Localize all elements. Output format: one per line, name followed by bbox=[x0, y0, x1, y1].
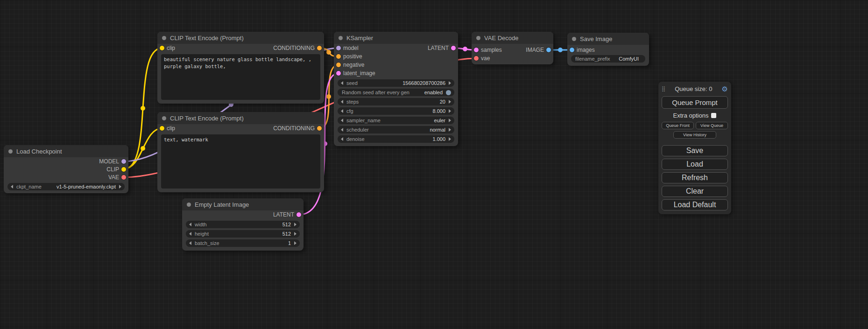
load-default-button[interactable]: Load Default bbox=[662, 199, 728, 210]
port-clip-in[interactable] bbox=[160, 46, 164, 50]
node-title-bar[interactable]: Load Checkpoint bbox=[4, 145, 128, 157]
slot-row: clip CONDITIONING bbox=[157, 44, 324, 52]
extra-options-checkbox[interactable] bbox=[711, 113, 716, 118]
next-arrow-icon[interactable] bbox=[449, 128, 451, 132]
settings-gear-icon[interactable]: ⚙ bbox=[722, 85, 728, 92]
widget-width[interactable]: width 512 bbox=[186, 221, 300, 228]
increment-arrow-icon[interactable] bbox=[294, 232, 296, 236]
node-clip-text-encode-negative[interactable]: CLIP Text Encode (Prompt) clip CONDITION… bbox=[157, 112, 324, 192]
node-title-bar[interactable]: CLIP Text Encode (Prompt) bbox=[157, 112, 324, 124]
clear-button[interactable]: Clear bbox=[662, 186, 728, 197]
widget-label: steps bbox=[346, 99, 359, 105]
decrement-arrow-icon[interactable] bbox=[341, 100, 343, 104]
node-save-image[interactable]: Save Image images filename_prefix ComfyU… bbox=[567, 33, 649, 66]
prev-arrow-icon[interactable] bbox=[11, 185, 13, 189]
port-samples-in[interactable] bbox=[474, 48, 479, 52]
save-button[interactable]: Save bbox=[662, 145, 728, 156]
increment-arrow-icon[interactable] bbox=[294, 241, 296, 245]
collapse-dot-icon[interactable] bbox=[339, 36, 343, 40]
widget-label: batch_size bbox=[195, 240, 219, 246]
view-queue-button[interactable]: View Queue bbox=[696, 122, 728, 129]
port-image-out[interactable] bbox=[546, 48, 551, 52]
node-title-bar[interactable]: VAE Decode bbox=[472, 32, 553, 44]
port-latent-out[interactable] bbox=[451, 46, 456, 50]
queue-prompt-button[interactable]: Queue Prompt bbox=[662, 96, 728, 109]
graph-canvas[interactable]: { "colors": { "model": "#B39DDB", "clip"… bbox=[0, 0, 868, 329]
collapse-dot-icon[interactable] bbox=[572, 37, 576, 41]
node-empty-latent-image[interactable]: Empty Latent Image LATENT width 512 heig… bbox=[182, 198, 303, 251]
input-label: clip bbox=[167, 125, 175, 132]
output-label: MODEL bbox=[99, 158, 119, 165]
collapse-dot-icon[interactable] bbox=[476, 36, 480, 40]
decrement-arrow-icon[interactable] bbox=[189, 232, 191, 236]
toggle-dot-icon[interactable] bbox=[446, 90, 451, 95]
node-title-bar[interactable]: CLIP Text Encode (Prompt) bbox=[157, 32, 324, 44]
port-clip-in[interactable] bbox=[160, 126, 164, 131]
widget-height[interactable]: height 512 bbox=[186, 230, 300, 238]
widget-value: enabled bbox=[424, 90, 443, 95]
drag-handle-icon[interactable]: ⣿ bbox=[662, 86, 665, 92]
node-title-bar[interactable]: KSampler bbox=[334, 32, 458, 44]
next-arrow-icon[interactable] bbox=[119, 185, 121, 189]
widget-sampler-name[interactable]: sampler_name euler bbox=[338, 117, 454, 124]
port-latent-out[interactable] bbox=[296, 212, 301, 217]
widget-filename-prefix[interactable]: filename_prefix ComfyUI bbox=[571, 55, 645, 63]
widget-denoise[interactable]: denoise 1.000 bbox=[338, 135, 454, 143]
decrement-arrow-icon[interactable] bbox=[189, 241, 191, 245]
port-model-in[interactable] bbox=[336, 46, 341, 50]
increment-arrow-icon[interactable] bbox=[449, 100, 451, 104]
output-slot-model: MODEL bbox=[4, 157, 128, 165]
decrement-arrow-icon[interactable] bbox=[341, 137, 343, 141]
collapse-dot-icon[interactable] bbox=[162, 36, 166, 40]
widget-seed[interactable]: seed 156680208700286 bbox=[338, 79, 454, 87]
widget-steps[interactable]: steps 20 bbox=[338, 98, 454, 105]
port-images-in[interactable] bbox=[570, 48, 574, 52]
decrement-arrow-icon[interactable] bbox=[189, 223, 191, 226]
collapse-dot-icon[interactable] bbox=[8, 149, 13, 154]
collapse-dot-icon[interactable] bbox=[162, 116, 166, 120]
prev-arrow-icon[interactable] bbox=[341, 119, 343, 122]
port-positive-in[interactable] bbox=[336, 54, 341, 59]
node-ksampler[interactable]: KSampler model LATENT positive negative … bbox=[334, 32, 458, 146]
node-title-bar[interactable]: Empty Latent Image bbox=[182, 198, 303, 210]
port-vae-out[interactable] bbox=[121, 175, 126, 180]
decrement-arrow-icon[interactable] bbox=[341, 81, 343, 85]
input-slot-negative: negative bbox=[334, 61, 458, 69]
collapse-dot-icon[interactable] bbox=[187, 203, 191, 207]
load-button[interactable]: Load bbox=[662, 159, 728, 170]
node-clip-text-encode-positive[interactable]: CLIP Text Encode (Prompt) clip CONDITION… bbox=[157, 32, 324, 104]
comfy-menu-panel[interactable]: ⣿ Queue size: 0 ⚙ Queue Prompt Extra opt… bbox=[658, 82, 731, 214]
next-arrow-icon[interactable] bbox=[449, 119, 451, 122]
wire-clip-to-negative-prompt bbox=[124, 128, 162, 169]
negative-prompt-textarea[interactable]: text, watermark bbox=[161, 134, 320, 189]
port-conditioning-out[interactable] bbox=[317, 126, 322, 131]
decrement-arrow-icon[interactable] bbox=[341, 109, 343, 113]
port-model-out[interactable] bbox=[121, 159, 126, 164]
queue-front-button[interactable]: Queue Front bbox=[662, 122, 694, 129]
widget-cfg[interactable]: cfg 8.000 bbox=[338, 107, 454, 115]
widget-random-seed-toggle[interactable]: Random seed after every gen enabled bbox=[338, 89, 454, 96]
increment-arrow-icon[interactable] bbox=[294, 223, 296, 226]
positive-prompt-textarea[interactable]: beautiful scenery nature glass bottle la… bbox=[161, 54, 320, 100]
port-conditioning-out[interactable] bbox=[317, 46, 322, 50]
input-slot-images: images bbox=[567, 46, 649, 54]
port-latent-image-in[interactable] bbox=[336, 71, 341, 76]
port-vae-in[interactable] bbox=[474, 56, 479, 61]
node-vae-decode[interactable]: VAE Decode samples IMAGE vae bbox=[472, 32, 553, 64]
increment-arrow-icon[interactable] bbox=[449, 109, 451, 113]
input-label: images bbox=[577, 47, 595, 53]
port-clip-out[interactable] bbox=[121, 167, 126, 172]
node-title-bar[interactable]: Save Image bbox=[567, 33, 649, 45]
widget-scheduler[interactable]: scheduler normal bbox=[338, 126, 454, 133]
increment-arrow-icon[interactable] bbox=[449, 81, 451, 85]
prev-arrow-icon[interactable] bbox=[341, 128, 343, 132]
widget-ckpt-name[interactable]: ckpt_name v1-5-pruned-emaonly.ckpt bbox=[7, 183, 125, 190]
widget-label: Random seed after every gen bbox=[342, 90, 409, 95]
port-negative-in[interactable] bbox=[336, 63, 341, 67]
widget-batch-size[interactable]: batch_size 1 bbox=[186, 239, 300, 247]
widget-label: seed bbox=[346, 80, 358, 86]
node-load-checkpoint[interactable]: Load Checkpoint MODEL CLIP VAE ckpt_name… bbox=[4, 145, 128, 193]
refresh-button[interactable]: Refresh bbox=[662, 172, 728, 183]
view-history-button[interactable]: View History bbox=[673, 131, 716, 139]
increment-arrow-icon[interactable] bbox=[449, 137, 451, 141]
